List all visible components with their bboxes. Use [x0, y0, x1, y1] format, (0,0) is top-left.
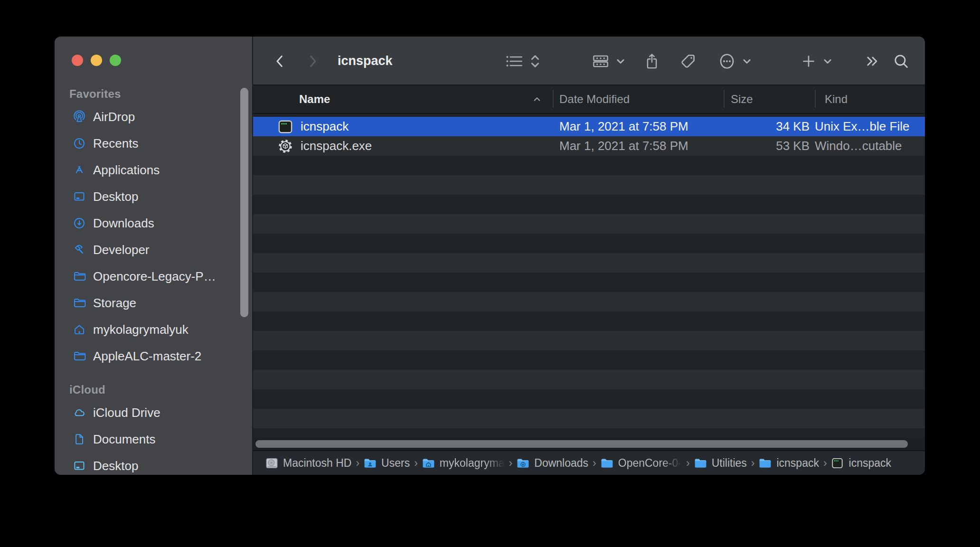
sidebar-item-downloads[interactable]: Downloads	[55, 210, 252, 236]
overflow-button[interactable]	[861, 37, 884, 85]
content-area: icnspack	[253, 37, 925, 475]
desktop-background: Favorites AirDrop Recents	[0, 0, 980, 547]
sort-ascending-icon[interactable]	[532, 85, 542, 113]
add-chevron-icon[interactable]	[821, 37, 834, 85]
path-item-utilities[interactable]: Utilities	[694, 457, 747, 470]
view-picker-chevrons-icon[interactable]	[528, 37, 543, 85]
close-button[interactable]	[72, 55, 83, 66]
zoom-button[interactable]	[110, 55, 121, 66]
file-kind: Unix Ex…ble File	[815, 119, 925, 134]
path-item-users[interactable]: Users	[364, 457, 410, 470]
more-options-chevron-icon[interactable]	[740, 37, 754, 85]
path-item-downloads[interactable]: Downloads	[517, 457, 588, 470]
desktop-icon	[73, 190, 86, 203]
group-view-button[interactable]	[589, 37, 612, 85]
sidebar-scrollbar[interactable]	[240, 88, 248, 317]
file-row-icnspack[interactable]: icnspack Mar 1, 2021 at 7:58 PM 34 KB Un…	[253, 117, 925, 136]
path-label: Users	[381, 457, 410, 470]
forward-button[interactable]	[302, 37, 324, 85]
file-date-modified: Mar 1, 2021 at 7:58 PM	[553, 139, 724, 153]
sidebar-section-favorites: Favorites	[69, 87, 121, 101]
file-kind: Windo…cutable	[815, 139, 925, 153]
folder-icon	[73, 349, 86, 363]
horizontal-scrollbar-thumb[interactable]	[255, 440, 908, 448]
sidebar-item-label: iCloud Drive	[93, 406, 160, 420]
path-item-opencore[interactable]: OpenCore-0-	[601, 457, 682, 470]
column-header-date-modified[interactable]: Date Modified	[559, 85, 630, 113]
folder-home-icon	[422, 457, 435, 469]
folder-users-icon	[364, 457, 377, 469]
sidebar: Favorites AirDrop Recents	[55, 37, 253, 475]
finder-window: Favorites AirDrop Recents	[55, 37, 925, 475]
sidebar-item-label: Desktop	[93, 459, 138, 473]
gear-icon	[278, 139, 293, 154]
path-label: mykolagryma	[440, 457, 505, 470]
more-options-button[interactable]	[715, 37, 739, 85]
unix-executable-icon	[278, 119, 293, 134]
path-label: icnspack	[776, 457, 819, 470]
sidebar-item-icloud-drive[interactable]: iCloud Drive	[55, 399, 252, 426]
path-item-icnspack-folder[interactable]: icnspack	[759, 457, 819, 470]
path-item-user-home[interactable]: mykolagryma	[422, 457, 505, 470]
clock-icon	[73, 137, 86, 150]
folder-icon	[601, 457, 613, 469]
minimize-button[interactable]	[91, 55, 102, 66]
window-title: icnspack	[338, 37, 393, 85]
column-divider[interactable]	[815, 90, 816, 107]
share-button[interactable]	[641, 37, 663, 85]
file-size: 34 KB	[724, 119, 815, 134]
back-button[interactable]	[269, 37, 291, 85]
path-bar: Macintosh HD › Users ›	[253, 450, 925, 475]
folder-icon	[73, 270, 86, 283]
sidebar-item-applications[interactable]: Applications	[55, 157, 252, 183]
path-item-icnspack-file[interactable]: icnspack	[831, 457, 891, 470]
file-list: icnspack Mar 1, 2021 at 7:58 PM 34 KB Un…	[253, 114, 925, 438]
sidebar-item-documents[interactable]: Documents	[55, 426, 252, 453]
group-view-chevron-icon[interactable]	[614, 37, 627, 85]
search-button[interactable]	[889, 37, 913, 85]
path-separator: ›	[509, 457, 513, 470]
sidebar-item-desktop[interactable]: Desktop	[55, 183, 252, 210]
hammer-icon	[73, 243, 86, 256]
sidebar-item-recents[interactable]: Recents	[55, 130, 252, 157]
path-label: Utilities	[712, 457, 747, 470]
sidebar-item-home[interactable]: mykolagrymalyuk	[55, 316, 252, 343]
cloud-icon	[73, 406, 86, 419]
column-divider[interactable]	[553, 90, 554, 107]
folder-downloads-icon	[517, 457, 529, 469]
add-button[interactable]	[797, 37, 820, 85]
sidebar-item-label: Developer	[93, 243, 150, 257]
path-label: OpenCore-0-	[618, 457, 682, 470]
sidebar-item-airdrop[interactable]: AirDrop	[55, 104, 252, 130]
file-date-modified: Mar 1, 2021 at 7:58 PM	[553, 119, 724, 134]
sidebar-item-label: Applications	[93, 163, 160, 178]
column-header-name[interactable]: Name	[299, 85, 330, 113]
unix-executable-icon	[831, 457, 844, 469]
sidebar-item-developer[interactable]: Developer	[55, 236, 252, 263]
path-separator: ›	[823, 457, 827, 470]
horizontal-scrollbar-track[interactable]	[253, 438, 925, 450]
sidebar-item-desktop-icloud[interactable]: Desktop	[55, 453, 252, 475]
sidebar-item-label: Opencore-Legacy-P…	[93, 269, 216, 284]
list-view-button[interactable]	[503, 37, 526, 85]
column-header-kind[interactable]: Kind	[825, 85, 848, 113]
sidebar-section-icloud: iCloud	[69, 383, 105, 396]
sidebar-item-label: mykolagrymalyuk	[93, 322, 188, 337]
sidebar-item-label: AirDrop	[93, 110, 135, 124]
tag-button[interactable]	[677, 37, 699, 85]
column-divider[interactable]	[724, 90, 725, 107]
sidebar-item-label: Recents	[93, 136, 138, 151]
sidebar-item-opencore-legacy[interactable]: Opencore-Legacy-P…	[55, 263, 252, 290]
sidebar-item-label: Downloads	[93, 216, 154, 231]
sidebar-item-label: Desktop	[93, 189, 138, 204]
sidebar-item-applealc[interactable]: AppleALC-master-2	[55, 343, 252, 369]
airdrop-icon	[73, 110, 86, 123]
path-item-macintosh-hd[interactable]: Macintosh HD	[265, 457, 351, 470]
sidebar-item-storage[interactable]: Storage	[55, 290, 252, 316]
desktop-icon	[73, 459, 86, 472]
file-row-icnspack-exe[interactable]: icnspack.exe Mar 1, 2021 at 7:58 PM 53 K…	[253, 136, 925, 156]
hard-drive-icon	[265, 457, 278, 469]
sidebar-icloud-list: iCloud Drive Documents Desktop	[55, 399, 252, 475]
column-header-size[interactable]: Size	[731, 85, 753, 113]
sidebar-favorites-list: AirDrop Recents Applications	[55, 104, 252, 369]
